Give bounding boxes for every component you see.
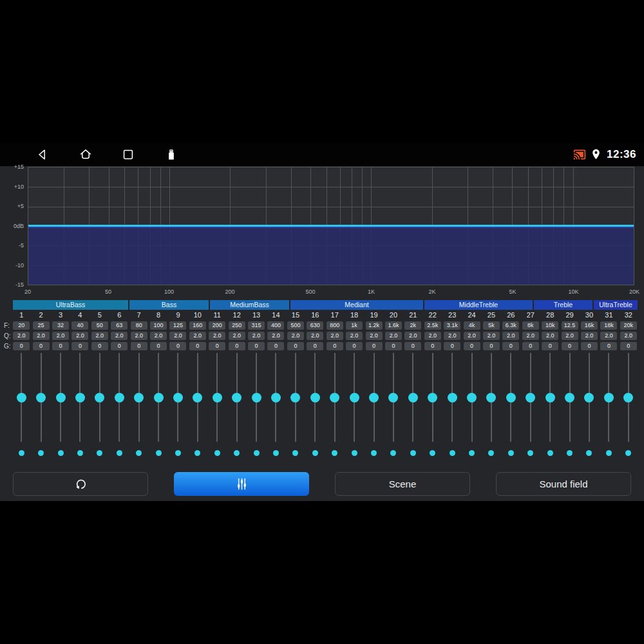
gain-value-chip[interactable]: 0	[229, 342, 245, 350]
slider-knob[interactable]	[232, 393, 242, 402]
gain-value-chip[interactable]: 0	[502, 342, 519, 350]
gain-value-chip[interactable]: 0	[404, 342, 421, 350]
slider-knob[interactable]	[526, 393, 535, 402]
gain-value-chip[interactable]: 0	[346, 342, 363, 350]
q-value-chip[interactable]: 2.0	[33, 332, 50, 340]
freq-value-chip[interactable]: 2.5k	[424, 321, 441, 330]
q-value-chip[interactable]: 2.0	[385, 332, 402, 340]
slider-knob[interactable]	[271, 393, 281, 402]
slider-knob[interactable]	[623, 393, 633, 402]
slider-knob[interactable]	[388, 393, 398, 402]
gain-value-chip[interactable]: 0	[169, 342, 186, 350]
freq-value-chip[interactable]: 40	[71, 321, 88, 330]
gain-value-chip[interactable]: 0	[13, 342, 30, 350]
slider-knob[interactable]	[448, 393, 457, 402]
slider-knob[interactable]	[95, 393, 104, 402]
gain-value-chip[interactable]: 0	[562, 342, 578, 350]
freq-value-chip[interactable]: 100	[150, 321, 167, 330]
slider-knob[interactable]	[486, 393, 496, 402]
freq-value-chip[interactable]: 18k	[600, 321, 617, 330]
gain-value-chip[interactable]: 0	[483, 342, 500, 350]
gain-value-chip[interactable]: 0	[464, 342, 480, 350]
gain-value-chip[interactable]: 0	[189, 342, 206, 350]
q-value-chip[interactable]: 2.0	[600, 332, 617, 340]
freq-value-chip[interactable]: 50	[91, 321, 108, 330]
slider-knob[interactable]	[545, 393, 555, 402]
gain-value-chip[interactable]: 0	[581, 342, 598, 350]
q-value-chip[interactable]: 2.0	[522, 332, 539, 340]
q-value-chip[interactable]: 2.0	[424, 332, 441, 340]
gain-value-chip[interactable]: 0	[52, 342, 69, 350]
scene-button[interactable]: Scene	[335, 472, 470, 496]
gain-value-chip[interactable]: 0	[150, 342, 167, 350]
freq-value-chip[interactable]: 2k	[404, 321, 421, 330]
slider-knob[interactable]	[506, 393, 516, 402]
q-value-chip[interactable]: 2.0	[169, 332, 186, 340]
freq-value-chip[interactable]: 5k	[483, 321, 500, 330]
slider-knob[interactable]	[75, 393, 85, 402]
gain-value-chip[interactable]: 0	[307, 342, 323, 350]
slider-knob[interactable]	[330, 393, 339, 402]
q-value-chip[interactable]: 2.0	[307, 332, 323, 340]
slider-knob[interactable]	[252, 393, 261, 402]
gain-value-chip[interactable]: 0	[327, 342, 343, 350]
q-value-chip[interactable]: 2.0	[444, 332, 460, 340]
slider-knob[interactable]	[408, 393, 418, 402]
equalizer-button[interactable]	[174, 472, 309, 496]
freq-value-chip[interactable]: 80	[131, 321, 147, 330]
q-value-chip[interactable]: 2.0	[131, 332, 147, 340]
q-value-chip[interactable]: 2.0	[542, 332, 558, 340]
gain-value-chip[interactable]: 0	[287, 342, 304, 350]
freq-value-chip[interactable]: 1.6k	[385, 321, 402, 330]
freq-value-chip[interactable]: 8k	[522, 321, 539, 330]
q-value-chip[interactable]: 2.0	[267, 332, 284, 340]
slider-knob[interactable]	[115, 393, 124, 402]
freq-value-chip[interactable]: 20	[13, 321, 30, 330]
usb-icon[interactable]	[164, 147, 178, 162]
q-value-chip[interactable]: 2.0	[111, 332, 128, 340]
slider-knob[interactable]	[604, 393, 614, 402]
sound-field-button[interactable]: Sound field	[496, 472, 631, 496]
freq-value-chip[interactable]: 3.1k	[444, 321, 460, 330]
slider-knob[interactable]	[56, 393, 66, 402]
freq-value-chip[interactable]: 4k	[464, 321, 480, 330]
freq-value-chip[interactable]: 1.2k	[366, 321, 383, 330]
slider-knob[interactable]	[467, 393, 477, 402]
gain-value-chip[interactable]: 0	[385, 342, 402, 350]
gain-value-chip[interactable]: 0	[366, 342, 383, 350]
q-value-chip[interactable]: 2.0	[287, 332, 304, 340]
gain-value-chip[interactable]: 0	[267, 342, 284, 350]
slider-knob[interactable]	[369, 393, 379, 402]
gain-value-chip[interactable]: 0	[91, 342, 108, 350]
freq-value-chip[interactable]: 16k	[581, 321, 598, 330]
freq-value-chip[interactable]: 250	[229, 321, 245, 330]
back-icon[interactable]	[35, 147, 50, 162]
gain-value-chip[interactable]: 0	[71, 342, 88, 350]
freq-value-chip[interactable]: 800	[327, 321, 343, 330]
q-value-chip[interactable]: 2.0	[13, 332, 30, 340]
q-value-chip[interactable]: 2.0	[150, 332, 167, 340]
slider-knob[interactable]	[193, 393, 202, 402]
gain-value-chip[interactable]: 0	[209, 342, 225, 350]
q-value-chip[interactable]: 2.0	[229, 332, 245, 340]
home-icon[interactable]	[79, 147, 93, 162]
freq-value-chip[interactable]: 160	[189, 321, 206, 330]
q-value-chip[interactable]: 2.0	[581, 332, 598, 340]
slider-knob[interactable]	[173, 393, 183, 402]
freq-value-chip[interactable]: 32	[52, 321, 69, 330]
gain-value-chip[interactable]: 0	[522, 342, 539, 350]
freq-value-chip[interactable]: 63	[111, 321, 128, 330]
slider-knob[interactable]	[154, 393, 164, 402]
freq-value-chip[interactable]: 630	[307, 321, 323, 330]
freq-value-chip[interactable]: 12.5	[562, 321, 578, 330]
slider-knob[interactable]	[584, 393, 594, 402]
freq-value-chip[interactable]: 400	[267, 321, 284, 330]
recents-icon[interactable]	[121, 147, 135, 162]
slider-knob[interactable]	[134, 393, 144, 402]
gain-value-chip[interactable]: 0	[248, 342, 265, 350]
q-value-chip[interactable]: 2.0	[502, 332, 519, 340]
slider-knob[interactable]	[290, 393, 300, 402]
freq-value-chip[interactable]: 315	[248, 321, 265, 330]
q-value-chip[interactable]: 2.0	[248, 332, 265, 340]
q-value-chip[interactable]: 2.0	[464, 332, 480, 340]
